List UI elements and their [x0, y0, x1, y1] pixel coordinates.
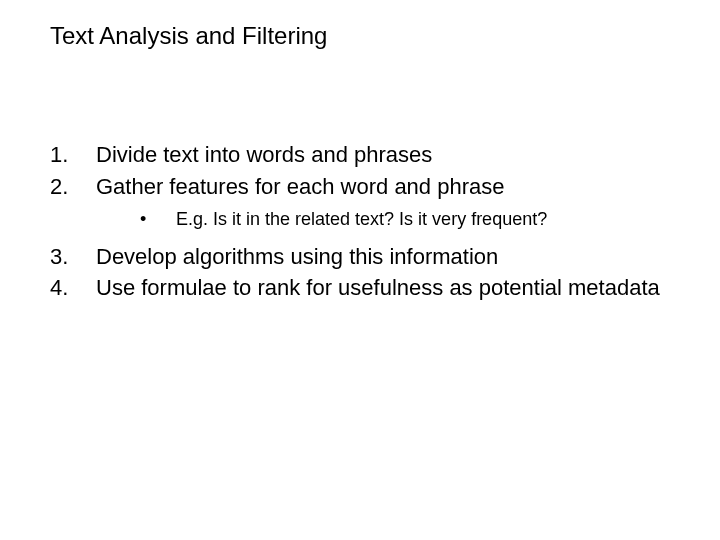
item-text: Divide text into words and phrases: [96, 140, 680, 170]
item-number: 1.: [50, 140, 96, 170]
bullet-icon: •: [140, 207, 176, 231]
slide: Text Analysis and Filtering 1. Divide te…: [0, 0, 720, 540]
slide-title: Text Analysis and Filtering: [50, 22, 680, 50]
content-list: 1. Divide text into words and phrases 2.…: [50, 140, 680, 303]
item-number: 2.: [50, 172, 96, 202]
item-text: Develop algorithms using this informatio…: [96, 242, 680, 272]
list-item: 1. Divide text into words and phrases: [50, 140, 680, 170]
item-text: Use formulae to rank for usefulness as p…: [96, 273, 680, 303]
list-item: 2. Gather features for each word and phr…: [50, 172, 680, 202]
sub-item-text: E.g. Is it in the related text? Is it ve…: [176, 207, 680, 231]
item-number: 4.: [50, 273, 96, 303]
list-item: 3. Develop algorithms using this informa…: [50, 242, 680, 272]
item-number: 3.: [50, 242, 96, 272]
sub-list-item: • E.g. Is it in the related text? Is it …: [50, 207, 680, 231]
list-item: 4. Use formulae to rank for usefulness a…: [50, 273, 680, 303]
item-text: Gather features for each word and phrase: [96, 172, 680, 202]
